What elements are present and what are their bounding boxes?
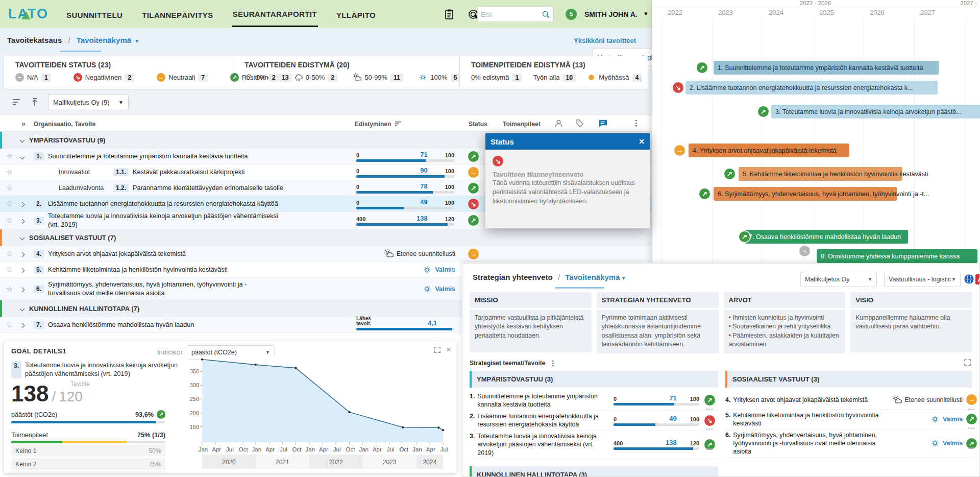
star-icon[interactable]: ☆ — [6, 183, 13, 193]
expand-icon[interactable] — [964, 359, 971, 366]
chevron-down-icon[interactable] — [20, 306, 25, 312]
summary-item[interactable]: →Neutraali7 — [157, 73, 208, 82]
status-neutral-icon[interactable]: → — [674, 145, 685, 156]
gantt-goal-bar[interactable]: 7. Osaava henkilöstömme mahdollistaa hyv… — [745, 230, 908, 244]
status-positive-icon[interactable]: ↗ — [699, 188, 710, 199]
status-positive-icon[interactable]: ↗ — [704, 395, 715, 406]
chevron-right-icon[interactable] — [20, 202, 25, 207]
chart-point[interactable] — [348, 411, 350, 413]
status-positive-icon[interactable]: ↗ — [739, 231, 750, 242]
chart-point[interactable] — [442, 429, 444, 431]
breadcrumb-parent[interactable]: Tavoitekatsaus — [7, 36, 62, 44]
pdf-export-icon[interactable] — [975, 274, 980, 285]
chevron-down-icon[interactable] — [20, 138, 25, 143]
star-icon[interactable]: ☆ — [6, 216, 13, 225]
clipboard-icon[interactable] — [443, 8, 455, 20]
status-negative-icon[interactable]: ↘ — [468, 199, 479, 209]
tag-icon[interactable] — [575, 118, 584, 128]
export-up-icon[interactable] — [30, 97, 40, 107]
status-na-icon[interactable]: − — [799, 246, 810, 256]
person-icon[interactable] — [554, 118, 564, 128]
strategy-view-link[interactable]: Tavoitenäkymä — [565, 273, 620, 281]
theme-goal-row[interactable]: 6.Syrjimättömyys, yhdenvertaisuus, hyvä … — [725, 430, 972, 458]
company-dropdown[interactable]: Mallikuljetus Oy▼ — [800, 272, 877, 287]
summary-item[interactable]: Työn alla10 — [533, 74, 576, 82]
summary-item[interactable]: ↘Negatiivinen2 — [74, 73, 135, 82]
user-menu[interactable]: SMITH JOHN A. — [584, 10, 638, 18]
more-menu-icon[interactable]: ⋮ — [632, 118, 642, 128]
action-row[interactable]: Keino 3100% — [11, 471, 165, 473]
summary-item[interactable]: −N/A1 — [15, 73, 51, 82]
star-icon[interactable]: ☆ — [6, 284, 13, 294]
search-icon[interactable] — [542, 10, 550, 19]
status-positive-icon[interactable]: ↗ — [468, 151, 479, 162]
breadcrumb-current[interactable]: Tavoitenäkymä — [77, 36, 131, 44]
theme-group-row[interactable]: SOSIAALISET VASTUUT (7) — [0, 229, 652, 246]
notification-badge[interactable]: 5 — [566, 9, 577, 20]
theme-goal-row[interactable]: 5.Kehitämme liiketoimintaa ja henkilöstö… — [725, 410, 972, 430]
summary-item[interactable]: 0%2 — [244, 73, 279, 82]
status-positive-icon[interactable]: ↗ — [468, 183, 479, 194]
chart-point[interactable] — [255, 364, 257, 366]
star-icon[interactable]: ☆ — [6, 168, 13, 177]
status-positive-icon[interactable]: ↗ — [468, 215, 479, 226]
row-more-dots[interactable]: ••• — [706, 446, 714, 452]
action-row[interactable]: Keino 150% — [11, 445, 165, 457]
gantt-goal-bar[interactable]: 8. Onnistumme yhdessä kumppaniemme kanss… — [817, 249, 977, 263]
nav-item-suunnittelu[interactable]: SUUNNITTELU — [65, 2, 124, 27]
chart-point[interactable] — [295, 367, 297, 369]
close-icon[interactable]: ✕ — [446, 346, 451, 353]
nav-item-tilannepäivitys[interactable]: TILANNEPÄIVITYS — [141, 2, 214, 27]
search-input[interactable] — [481, 11, 542, 18]
globe-icon[interactable] — [964, 274, 974, 284]
theme-goal-row[interactable]: 4.Yrityksen arvot ohjaavat jokapäiväistä… — [725, 391, 972, 410]
sort-icon[interactable] — [394, 120, 402, 128]
status-negative-icon[interactable]: ↘ — [673, 82, 683, 93]
themes-menu-icon[interactable]: ⋮ — [550, 359, 557, 367]
breadcrumb-caret-icon[interactable]: ▾ — [135, 37, 138, 44]
goal-row[interactable]: ☆4.Yrityksen arvot ohjaavat jokapäiväist… — [0, 246, 652, 262]
unit-goals-link[interactable]: Yksikköni tavoitteet — [574, 37, 636, 44]
program-dropdown[interactable]: Vastuullisuus - logistic▼ — [884, 272, 961, 287]
gantt-goal-bar[interactable]: 6. Syrjimättömyys, yhdenvertaisuus, hyvä… — [714, 187, 897, 201]
chevron-down-icon[interactable] — [20, 155, 25, 160]
status-negative-icon[interactable]: ↘ — [704, 415, 715, 426]
summary-item[interactable]: 100%5 — [419, 73, 460, 82]
chat-icon[interactable] — [598, 118, 608, 128]
star-icon[interactable]: ☆ — [6, 199, 13, 208]
action-row[interactable]: Keino 275% — [11, 458, 165, 470]
status-positive-icon[interactable]: ↗ — [966, 414, 977, 424]
chevron-right-icon[interactable] — [20, 323, 25, 328]
column-organisation[interactable]: Organisaatio, Tavoite — [34, 121, 95, 128]
status-positive-icon[interactable]: ↗ — [697, 62, 707, 73]
summary-item[interactable]: Myöhässä4 — [587, 73, 642, 82]
chevron-right-icon[interactable] — [20, 287, 25, 292]
theme-goal-row[interactable]: 2.Lisäämme tuotannon energiatehokkuutta … — [470, 411, 718, 431]
gantt-goal-bar[interactable]: 1. Suunnittelemme ja toteutamme ympärist… — [714, 61, 939, 75]
summary-item[interactable]: 0% edistymä1 — [471, 74, 522, 82]
expand-icon[interactable] — [434, 346, 441, 353]
collapse-all-icon[interactable]: » — [21, 120, 26, 128]
user-caret-icon[interactable]: ▾ — [644, 10, 648, 17]
nav-item-ylläpito[interactable]: YLLÄPITO — [335, 2, 377, 27]
star-icon[interactable]: ☆ — [6, 265, 13, 274]
gantt-goal-bar[interactable]: 2. Lisäämme tuotannon energiatehokkuutta… — [685, 81, 938, 94]
chevron-right-icon[interactable] — [20, 219, 25, 224]
scope-dropdown[interactable]: Mallikuljetus Oy (9) ▼ — [48, 94, 129, 110]
gantt-goal-bar[interactable]: 5. Kehitämme liiketoimintaa ja henkilöst… — [739, 167, 902, 181]
filter-icon[interactable] — [11, 97, 21, 107]
strategy-caret-icon[interactable]: ▾ — [622, 275, 625, 281]
chart-point[interactable] — [201, 359, 203, 361]
chart-point[interactable] — [437, 426, 439, 428]
status-neutral-icon[interactable]: → — [966, 394, 977, 405]
summary-item[interactable]: 0-50%2 — [294, 73, 338, 82]
gantt-goal-bar[interactable]: 3. Toteutamme luovia ja innovatiivisia k… — [771, 105, 980, 118]
star-icon[interactable]: ☆ — [6, 152, 13, 161]
star-icon[interactable]: ☆ — [6, 320, 13, 329]
chevron-down-icon[interactable] — [20, 235, 25, 241]
chart-point[interactable] — [402, 426, 404, 428]
summary-item[interactable]: 50-99%11 — [353, 73, 403, 82]
column-progress[interactable]: Edistyminen — [355, 121, 391, 128]
nav-item-seurantaraportit[interactable]: SEURANTARAPORTIT — [232, 1, 318, 27]
chevron-right-icon[interactable] — [20, 252, 25, 257]
